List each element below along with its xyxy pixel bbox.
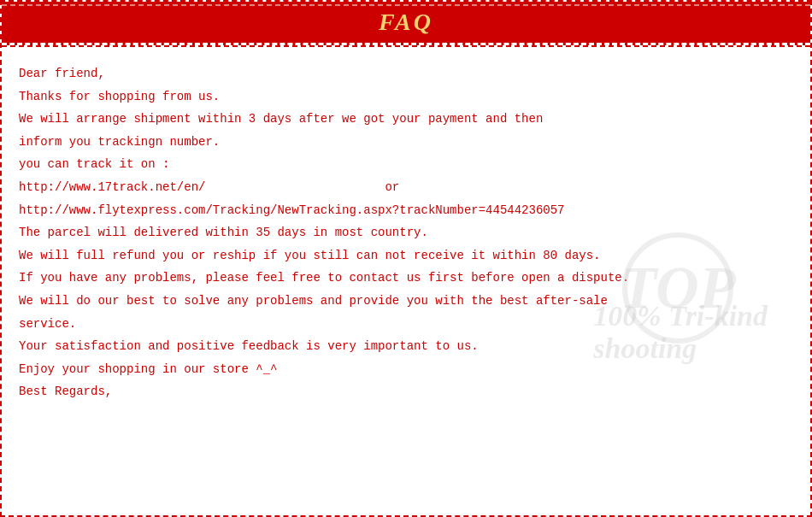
content-line: service. — [19, 313, 793, 336]
header-bar: FAQ — [2, 2, 810, 45]
content-line: you can track it on : — [19, 153, 793, 176]
content-line: We will arrange shipment within 3 days a… — [19, 108, 793, 131]
content-line: Your satisfaction and positive feedback … — [19, 335, 793, 358]
content-line: inform you trackingn number. — [19, 131, 793, 154]
content-line: Thanks for shopping from us. — [19, 85, 793, 109]
content-line: Dear friend, — [19, 62, 793, 85]
content-area: Dear friend,Thanks for shopping from us.… — [2, 47, 810, 412]
content-line: http://www.flytexpress.com/Tracking/NewT… — [19, 199, 793, 222]
content-line: If you have any problems, please feel fr… — [19, 267, 793, 290]
content-line: We will full refund you or reship if you… — [19, 244, 793, 267]
content-line: The parcel will delivered within 35 days… — [19, 221, 793, 244]
content-line: Best Regards, — [19, 380, 793, 403]
content-line: http://www.17track.net/en/ or — [19, 176, 793, 199]
page-wrapper: FAQ Dear friend,Thanks for shopping from… — [0, 0, 812, 517]
faq-title: FAQ — [379, 9, 433, 35]
faq-content: Dear friend,Thanks for shopping from us.… — [19, 62, 793, 403]
content-line: We will do our best to solve any problem… — [19, 290, 793, 313]
content-line: Enjoy your shopping in our store ^_^ — [19, 358, 793, 381]
